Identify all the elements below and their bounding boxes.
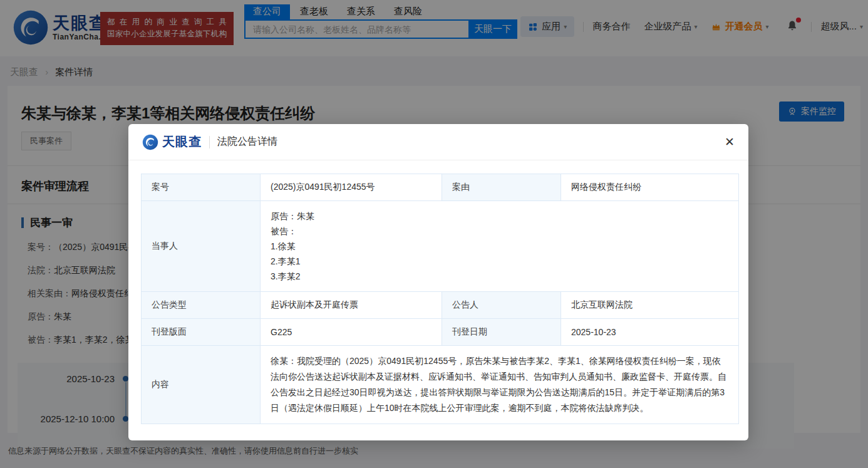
label-announcer: 公告人 <box>442 292 561 319</box>
modal-brand-text: 天眼查 <box>162 133 202 150</box>
table-row: 刊登版面 G225 刊登日期 2025-10-23 <box>142 319 739 346</box>
value-content: 徐某：我院受理的（2025）京0491民初12455号，原告朱某与被告李某2、李… <box>261 346 739 424</box>
value-publication-page: G225 <box>261 319 442 346</box>
modal-header: 天眼查 法院公告详情 ✕ <box>128 124 748 160</box>
label-case-no: 案号 <box>142 174 261 201</box>
modal-title: 法院公告详情 <box>217 135 277 148</box>
label-publication-date: 刊登日期 <box>442 319 561 346</box>
table-row: 案号 (2025)京0491民初12455号 案由 网络侵权责任纠纷 <box>142 174 739 201</box>
label-parties: 当事人 <box>142 201 261 292</box>
announcement-table: 案号 (2025)京0491民初12455号 案由 网络侵权责任纠纷 当事人 原… <box>141 174 739 424</box>
label-announcement-type: 公告类型 <box>142 292 261 319</box>
value-parties: 原告：朱某 被告： 1.徐某 2.李某1 3.李某2 <box>261 201 739 292</box>
court-announcement-modal: 天眼查 法院公告详情 ✕ 案号 (2025)京0491民初12455号 案由 网… <box>128 124 748 440</box>
value-announcer: 北京互联网法院 <box>561 292 739 319</box>
value-case-no: (2025)京0491民初12455号 <box>261 174 442 201</box>
label-publication-page: 刊登版面 <box>142 319 261 346</box>
value-cause: 网络侵权责任纠纷 <box>561 174 739 201</box>
value-announcement-type: 起诉状副本及开庭传票 <box>261 292 442 319</box>
modal-header-divider <box>209 136 210 148</box>
table-row: 公告类型 起诉状副本及开庭传票 公告人 北京互联网法院 <box>142 292 739 319</box>
close-icon[interactable]: ✕ <box>725 136 735 148</box>
value-publication-date: 2025-10-23 <box>561 319 739 346</box>
table-row: 当事人 原告：朱某 被告： 1.徐某 2.李某1 3.李某2 <box>142 201 739 292</box>
table-row: 内容 徐某：我院受理的（2025）京0491民初12455号，原告朱某与被告李某… <box>142 346 739 424</box>
label-content: 内容 <box>142 346 261 424</box>
label-cause: 案由 <box>442 174 561 201</box>
tianyancha-logo-icon <box>142 134 158 150</box>
